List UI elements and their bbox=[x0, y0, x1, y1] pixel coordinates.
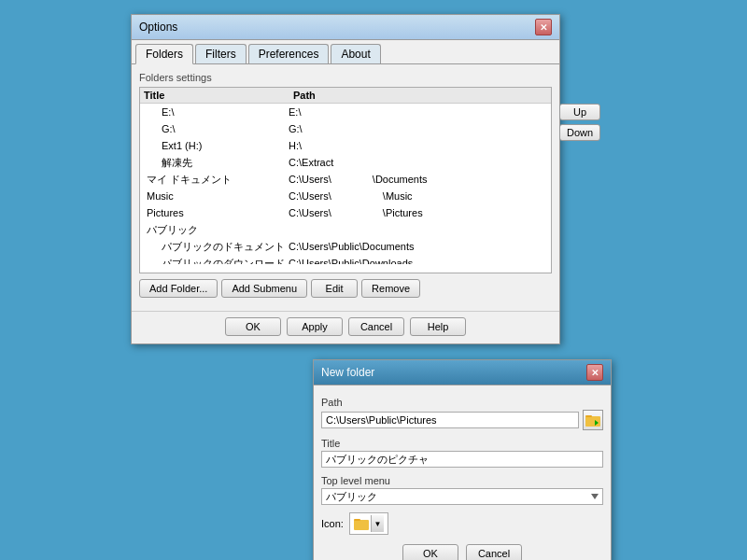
edit-button[interactable]: Edit bbox=[311, 279, 358, 298]
new-folder-titlebar: New folder ✕ bbox=[314, 360, 611, 385]
item-title: G:\ bbox=[144, 123, 289, 134]
list-item[interactable]: E:\ E:\ bbox=[140, 104, 551, 120]
item-title: Music bbox=[144, 190, 289, 202]
item-path: C:\Users\ \Pictures bbox=[289, 206, 547, 220]
top-level-group: Top level menu パブリック bbox=[314, 471, 611, 509]
options-titlebar: Options ✕ bbox=[132, 15, 559, 40]
item-title: パブリック bbox=[144, 223, 289, 237]
item-path: G:\ bbox=[289, 123, 547, 134]
item-path: C:\Users\ \Documents bbox=[289, 173, 547, 187]
top-level-label: Top level menu bbox=[321, 475, 603, 486]
folders-section-label: Folders settings bbox=[139, 72, 552, 83]
folder-list-container: Title Path E:\ E:\ bbox=[139, 87, 552, 273]
item-title: パブリックのダウンロード bbox=[144, 257, 289, 265]
item-title: Ext1 (H:) bbox=[144, 140, 289, 151]
new-folder-title: New folder bbox=[321, 366, 374, 379]
cancel-button[interactable]: Cancel bbox=[348, 317, 404, 336]
item-title: パブリックのドキュメント bbox=[144, 240, 289, 254]
new-folder-footer: OK Cancel bbox=[314, 539, 611, 560]
path-label: Path bbox=[321, 397, 603, 408]
tab-preferences[interactable]: Preferences bbox=[248, 44, 330, 63]
item-path: C:\Users\Public\Downloads bbox=[289, 258, 547, 264]
title-input[interactable] bbox=[321, 451, 603, 468]
tab-about[interactable]: About bbox=[331, 44, 380, 63]
folder-list-wrapper: Title Path E:\ E:\ bbox=[139, 87, 552, 273]
new-folder-close-button[interactable]: ✕ bbox=[586, 364, 603, 381]
action-buttons: Add Folder... Add Submenu Edit Remove bbox=[139, 279, 552, 298]
list-item[interactable]: G:\ G:\ bbox=[140, 120, 551, 137]
browse-button[interactable] bbox=[583, 410, 603, 430]
remove-button[interactable]: Remove bbox=[361, 279, 420, 298]
new-folder-cancel-button[interactable]: Cancel bbox=[466, 544, 522, 560]
list-item[interactable]: Music C:\Users\ \Music bbox=[140, 188, 551, 204]
col-path-header: Path bbox=[293, 90, 547, 101]
item-path: H:\ bbox=[289, 140, 547, 151]
item-path: C:\Users\Public\Documents bbox=[289, 241, 547, 252]
item-title: Pictures bbox=[144, 207, 289, 218]
title-label: Title bbox=[321, 438, 603, 449]
top-level-select[interactable]: パブリック bbox=[321, 488, 603, 505]
item-path: C:\Users\ \Music bbox=[289, 189, 547, 203]
svg-rect-25 bbox=[354, 519, 360, 521]
path-group: Path bbox=[314, 393, 611, 434]
folder-icon-preview bbox=[354, 517, 369, 530]
list-item[interactable]: Pictures C:\Users\ \Pictures bbox=[140, 204, 551, 221]
add-folder-button[interactable]: Add Folder... bbox=[139, 279, 218, 298]
path-input[interactable] bbox=[321, 412, 579, 428]
tab-folders[interactable]: Folders bbox=[135, 44, 193, 64]
icon-dropdown-button[interactable]: ▼ bbox=[371, 515, 384, 532]
list-item[interactable]: Ext1 (H:) H:\ bbox=[140, 137, 551, 154]
item-title: 解凍先 bbox=[144, 156, 289, 170]
icon-label: Icon: bbox=[321, 518, 344, 529]
list-item[interactable]: マイ ドキュメント C:\Users\ \Documents bbox=[140, 171, 551, 188]
new-folder-ok-button[interactable]: OK bbox=[402, 544, 458, 560]
icon-row: Icon: ▼ bbox=[314, 509, 611, 539]
help-button[interactable]: Help bbox=[410, 317, 466, 336]
list-item[interactable]: 解凍先 C:\Extract bbox=[140, 154, 551, 171]
path-input-row bbox=[321, 410, 603, 430]
options-close-button[interactable]: ✕ bbox=[535, 19, 552, 35]
up-button[interactable]: Up bbox=[559, 104, 600, 120]
svg-rect-22 bbox=[585, 416, 600, 427]
title-group: Title bbox=[314, 434, 611, 471]
options-tabs: Folders Filters Preferences About bbox=[132, 40, 559, 64]
options-dialog: Options ✕ Folders Filters Preferences Ab… bbox=[131, 14, 560, 344]
item-path: C:\Extract bbox=[289, 157, 547, 168]
options-content: Folders settings Title Path E:\ bbox=[132, 64, 559, 311]
item-title: マイ ドキュメント bbox=[144, 173, 289, 187]
icon-selector[interactable]: ▼ bbox=[349, 512, 388, 535]
col-title-header: Title bbox=[144, 90, 293, 101]
list-header: Title Path bbox=[140, 88, 551, 104]
options-footer: OK Apply Cancel Help bbox=[132, 311, 559, 343]
folder-scroll-area[interactable]: E:\ E:\ G:\ G:\ bbox=[140, 104, 551, 264]
apply-button[interactable]: Apply bbox=[287, 317, 343, 336]
add-submenu-button[interactable]: Add Submenu bbox=[221, 279, 307, 298]
new-folder-content: Path Title Top level menu パブリック bbox=[314, 385, 611, 560]
options-title: Options bbox=[139, 21, 177, 34]
list-item[interactable]: パブリックのダウンロード C:\Users\Public\Downloads bbox=[140, 255, 551, 264]
list-item[interactable]: パブリックのドキュメント C:\Users\Public\Documents bbox=[140, 238, 551, 255]
ok-button[interactable]: OK bbox=[225, 317, 281, 336]
tab-filters[interactable]: Filters bbox=[195, 44, 247, 63]
svg-rect-23 bbox=[585, 415, 592, 417]
new-folder-dialog: New folder ✕ Path Title bbox=[313, 359, 612, 560]
svg-rect-24 bbox=[354, 520, 369, 530]
list-item[interactable]: パブリック bbox=[140, 221, 551, 238]
down-button[interactable]: Down bbox=[559, 124, 600, 141]
item-path: E:\ bbox=[289, 106, 547, 118]
item-title: E:\ bbox=[144, 106, 289, 118]
